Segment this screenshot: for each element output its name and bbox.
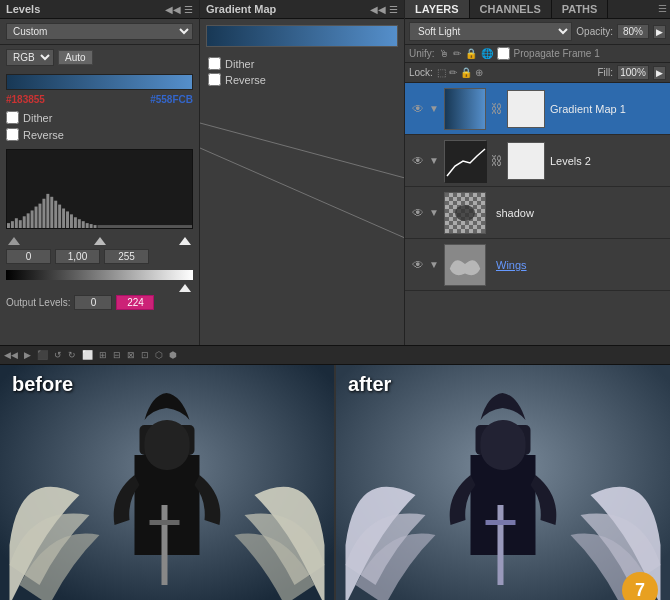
svg-rect-13 xyxy=(54,201,57,228)
svg-rect-1 xyxy=(7,223,10,228)
toolbar-icon-8[interactable]: ⊟ xyxy=(113,350,121,360)
lock-label: Lock: xyxy=(409,67,433,78)
dither-label: Dither xyxy=(23,112,52,124)
before-after-section: before xyxy=(0,365,670,600)
lock-pixel-icon[interactable]: ⬚ xyxy=(437,67,446,78)
panel-tabs: LAYERS CHANNELS PATHS ☰ xyxy=(405,0,670,19)
unify-icon2[interactable]: ✏ xyxy=(453,48,461,59)
toolbar-icon-7[interactable]: ⊞ xyxy=(99,350,107,360)
toolbar-icon-3[interactable]: ⬛ xyxy=(37,350,48,360)
fill-btn[interactable]: ▶ xyxy=(653,66,666,80)
gm-checkboxes: Dither Reverse xyxy=(200,53,404,93)
toolbar-icon-11[interactable]: ⬡ xyxy=(155,350,163,360)
layer-item-gradient-map[interactable]: 👁 ▼ ⛓ Gradient Map 1 xyxy=(405,83,670,135)
unify-label: Unify: xyxy=(409,48,435,59)
blend-row: Soft Light Opacity: ▶ xyxy=(405,19,670,45)
gm-arrow-icon[interactable]: ◀◀ xyxy=(370,4,386,15)
tab-layers[interactable]: LAYERS xyxy=(405,0,470,18)
white-point-slider[interactable] xyxy=(179,237,191,245)
before-image xyxy=(0,365,334,600)
panel-arrow-icon[interactable]: ◀◀ xyxy=(165,4,181,15)
output-row: Output Levels: xyxy=(0,292,199,313)
eye-icon-shadow[interactable]: 👁 xyxy=(409,206,427,220)
gradient-map-bar[interactable] xyxy=(206,25,398,47)
unify-icon3[interactable]: 🔒 xyxy=(465,48,477,59)
preset-select[interactable]: Custom xyxy=(6,23,193,40)
layer-name-levels: Levels 2 xyxy=(550,155,666,167)
reverse-label: Reverse xyxy=(23,129,64,141)
toolbar-icon-12[interactable]: ⬢ xyxy=(169,350,177,360)
eye-icon-wings[interactable]: 👁 xyxy=(409,258,427,272)
toolbar: ◀◀ ▶ ⬛ ↺ ↻ ⬜ ⊞ ⊟ ⊠ ⊡ ⬡ ⬢ xyxy=(0,345,670,365)
gradient-map-panel: Gradient Map ◀◀ ☰ Dither Reverse xyxy=(200,0,405,345)
gm-reverse-label: Reverse xyxy=(225,74,266,86)
toolbar-icon-5[interactable]: ↻ xyxy=(68,350,76,360)
layer-name-wings[interactable]: Wings xyxy=(496,259,666,271)
svg-rect-3 xyxy=(15,218,18,228)
tab-paths[interactable]: PATHS xyxy=(552,0,609,18)
dither-row: Dither xyxy=(0,109,199,126)
gm-menu-icon[interactable]: ☰ xyxy=(389,4,398,15)
output-slider-row xyxy=(0,284,199,292)
svg-rect-24 xyxy=(98,225,192,228)
toolbar-icon-4[interactable]: ↺ xyxy=(54,350,62,360)
dither-checkbox[interactable] xyxy=(6,111,19,124)
mid-level-input[interactable] xyxy=(55,249,100,264)
auto-button[interactable]: Auto xyxy=(58,50,93,65)
black-level-input[interactable] xyxy=(6,249,51,264)
gm-dither-checkbox[interactable] xyxy=(208,57,221,70)
panel-menu-icon[interactable]: ☰ xyxy=(184,4,193,15)
toolbar-icon-6[interactable]: ⬜ xyxy=(82,350,93,360)
lock-icons: ⬚ ✏ 🔒 ⊕ xyxy=(437,67,483,78)
svg-rect-35 xyxy=(150,520,180,525)
reverse-row: Reverse xyxy=(0,126,199,143)
svg-rect-8 xyxy=(35,207,38,228)
lock-artboard-icon[interactable]: ⊕ xyxy=(475,67,483,78)
white-level-input[interactable] xyxy=(104,249,149,264)
layer-item-wings[interactable]: 👁 ▼ Wings xyxy=(405,239,670,291)
propagate-checkbox[interactable] xyxy=(497,47,510,60)
blend-mode-select[interactable]: Soft Light xyxy=(409,22,572,41)
svg-rect-12 xyxy=(50,197,53,228)
toolbar-icon-2[interactable]: ▶ xyxy=(24,350,31,360)
output-right-input[interactable] xyxy=(116,295,154,310)
output-label: Output Levels: xyxy=(6,297,70,308)
svg-rect-40 xyxy=(498,505,504,585)
eye-icon-levels[interactable]: 👁 xyxy=(409,154,427,168)
after-panel: after 7 xyxy=(334,365,670,600)
layer-item-shadow[interactable]: 👁 ▼ shadow xyxy=(405,187,670,239)
toolbar-icon-1[interactable]: ◀◀ xyxy=(4,350,18,360)
opacity-input[interactable] xyxy=(617,24,649,39)
toolbar-icon-9[interactable]: ⊠ xyxy=(127,350,135,360)
svg-rect-19 xyxy=(78,219,81,228)
svg-rect-11 xyxy=(46,194,49,228)
panel-collapse-icon[interactable]: ☰ xyxy=(655,0,670,18)
svg-rect-7 xyxy=(31,210,34,228)
mid-point-slider[interactable] xyxy=(94,237,106,245)
reverse-checkbox[interactable] xyxy=(6,128,19,141)
svg-rect-6 xyxy=(27,213,30,228)
unify-icon1[interactable]: 🖱 xyxy=(439,48,449,59)
unify-icon4[interactable]: 🌐 xyxy=(481,48,493,59)
layer-name-shadow: shadow xyxy=(496,207,666,219)
layer-item-levels[interactable]: 👁 ▼ ⛓ Levels 2 xyxy=(405,135,670,187)
layer-thumb-wings xyxy=(444,244,486,286)
svg-line-25 xyxy=(200,123,404,178)
levels-panel-header: Levels ◀◀ ☰ xyxy=(0,0,199,19)
gm-panel-icons: ◀◀ ☰ xyxy=(370,4,398,15)
svg-rect-39 xyxy=(481,420,526,470)
output-white-slider[interactable] xyxy=(179,284,191,292)
opacity-btn[interactable]: ▶ xyxy=(653,25,666,39)
lock-all-icon[interactable]: 🔒 xyxy=(460,67,472,78)
toolbar-icon-10[interactable]: ⊡ xyxy=(141,350,149,360)
lock-pos-icon[interactable]: ✏ xyxy=(449,67,457,78)
tab-channels[interactable]: CHANNELS xyxy=(470,0,552,18)
eye-icon-gradient-map[interactable]: 👁 xyxy=(409,102,427,116)
gm-reverse-checkbox[interactable] xyxy=(208,73,221,86)
output-left-input[interactable] xyxy=(74,295,112,310)
channel-select[interactable]: RGB xyxy=(6,49,54,66)
link-icon-wings: ▼ xyxy=(427,259,441,270)
black-point-slider[interactable] xyxy=(8,237,20,245)
fill-input[interactable] xyxy=(617,65,649,80)
preset-row: Custom xyxy=(0,19,199,45)
